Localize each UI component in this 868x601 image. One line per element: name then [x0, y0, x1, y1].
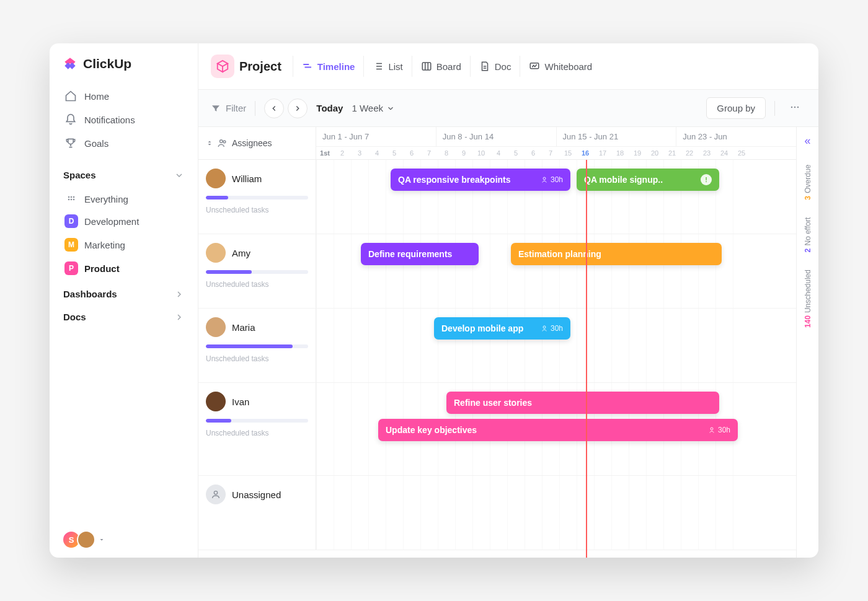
task-hours: 30h [541, 175, 563, 184]
week-label: Jun 8 - Jun 14 [436, 127, 556, 146]
range-selector[interactable]: 1 Week [352, 103, 395, 113]
unscheduled-link[interactable]: Unscheduled tasks [206, 206, 308, 214]
workload-bar [206, 196, 308, 200]
lane-track[interactable]: QA responsive breakpoints30hQA mobile si… [316, 160, 796, 234]
task-hours: 30h [708, 426, 730, 434]
filter-button[interactable]: Filter [211, 103, 246, 113]
assignee[interactable]: Ivan [206, 392, 308, 411]
unscheduled-link[interactable]: Unscheduled tasks [206, 280, 308, 289]
user-avatar-stack[interactable]: S [50, 522, 198, 558]
rail-stat[interactable]: 140 Unscheduled [804, 270, 812, 328]
day-label: 24 [715, 147, 733, 159]
lane-track[interactable]: Refine user storiesUpdate key objectives… [316, 383, 796, 475]
avatar [206, 392, 226, 411]
svg-point-14 [543, 326, 546, 328]
space-marketing[interactable]: M Marketing [58, 233, 189, 257]
day-label: 7 [542, 147, 559, 159]
svg-point-5 [73, 198, 75, 200]
today-button[interactable]: Today [316, 103, 343, 113]
timeline: Assignees Jun 1 - Jun 7Jun 8 - Jun 14Jun… [198, 127, 818, 558]
task-bar[interactable]: Define requirements [361, 243, 479, 265]
spaces-header-label: Spaces [63, 170, 96, 180]
task-bar[interactable]: QA responsive breakpoints30h [391, 169, 570, 191]
project-icon[interactable] [211, 55, 234, 78]
next-button[interactable] [288, 99, 308, 118]
app-window: ClickUp Home Notifications Goals Spaces [50, 43, 818, 558]
svg-point-9 [794, 106, 796, 108]
svg-point-2 [68, 198, 70, 200]
collapse-rail-button[interactable]: « [804, 134, 810, 147]
groupby-button[interactable]: Group by [706, 97, 766, 119]
assignee[interactable]: William [206, 169, 308, 188]
tab-board[interactable]: Board [412, 56, 470, 77]
brand[interactable]: ClickUp [50, 43, 198, 84]
assignee[interactable]: Maria [206, 317, 308, 337]
task-label: Develop mobile app [441, 323, 523, 333]
avatar [77, 530, 95, 549]
task-bar[interactable]: Estimation planning [511, 243, 722, 265]
nav-notifications[interactable]: Notifications [61, 108, 187, 131]
unscheduled-link[interactable]: Unscheduled tasks [206, 429, 308, 437]
people-icon [217, 138, 228, 149]
tab-list[interactable]: List [363, 56, 411, 77]
task-label: Estimation planning [518, 249, 601, 259]
rail-stat[interactable]: 2 No effort [804, 217, 812, 253]
assignee-name: Unassigned [232, 489, 281, 500]
prev-button[interactable] [264, 99, 284, 118]
spaces-header[interactable]: Spaces [50, 164, 198, 186]
dots-icon [789, 101, 801, 113]
more-menu[interactable] [784, 101, 806, 116]
lane: Unassigned [198, 476, 796, 550]
day-label: 21 [663, 147, 681, 159]
tab-whiteboard[interactable]: Whiteboard [520, 56, 601, 77]
space-everything[interactable]: Everything [58, 189, 189, 209]
task-label: Update key objectives [386, 425, 477, 435]
lane: AmyUnscheduled tasksDefine requirementsE… [198, 234, 796, 309]
assignee[interactable]: Amy [206, 243, 308, 263]
task-label: QA responsive breakpoints [398, 175, 511, 185]
day-label: 4 [368, 147, 386, 159]
unscheduled-link[interactable]: Unscheduled tasks [206, 354, 308, 363]
task-label: Define requirements [368, 249, 452, 259]
task-label: QA mobile signup.. [584, 175, 663, 185]
task-bar[interactable]: Update key objectives30h [378, 419, 738, 441]
nav-home[interactable]: Home [61, 84, 187, 108]
day-label: 18 [611, 147, 629, 159]
timeline-icon [302, 61, 313, 72]
tab-label: Timeline [317, 61, 355, 72]
nav-label: Goals [84, 138, 108, 149]
nav-goals[interactable]: Goals [61, 131, 187, 155]
assignee-name: Amy [232, 248, 250, 258]
rail-stat-label: Unscheduled [804, 270, 812, 313]
svg-point-0 [68, 196, 70, 198]
space-development[interactable]: D Development [58, 209, 189, 233]
workload-bar [206, 270, 308, 274]
lane-track[interactable]: Develop mobile app30h [316, 309, 796, 382]
lane-track[interactable] [316, 476, 796, 550]
day-label: 7 [420, 147, 438, 159]
rail-stat-label: Overdue [804, 165, 812, 193]
tab-doc[interactable]: Doc [470, 56, 520, 77]
docs-link[interactable]: Docs [50, 305, 198, 328]
toolbar: Filter Today 1 Week Group by [198, 90, 818, 127]
lane-track[interactable]: Define requirementsEstimation planning [316, 234, 796, 308]
task-bar[interactable]: QA mobile signup..! [577, 169, 719, 191]
doc-icon [479, 61, 490, 72]
rail-stat[interactable]: 3 Overdue [804, 165, 812, 200]
task-bar[interactable]: Develop mobile app30h [434, 317, 570, 340]
dashboards-link[interactable]: Dashboards [50, 283, 198, 305]
separator [774, 101, 775, 116]
timeline-header: Assignees Jun 1 - Jun 7Jun 8 - Jun 14Jun… [198, 127, 796, 160]
day-label: 2 [334, 147, 351, 159]
tab-timeline[interactable]: Timeline [293, 56, 364, 77]
tab-label: Doc [495, 61, 512, 72]
project-title: Project [239, 59, 281, 74]
docs-label: Docs [63, 312, 86, 322]
space-product[interactable]: P Product [58, 257, 189, 280]
assignee[interactable]: Unassigned [206, 485, 308, 504]
group-header[interactable]: Assignees [198, 127, 316, 159]
task-hours: 30h [541, 324, 563, 333]
task-bar[interactable]: Refine user stories [446, 392, 719, 414]
trophy-icon [64, 137, 77, 149]
day-label: 20 [646, 147, 663, 159]
